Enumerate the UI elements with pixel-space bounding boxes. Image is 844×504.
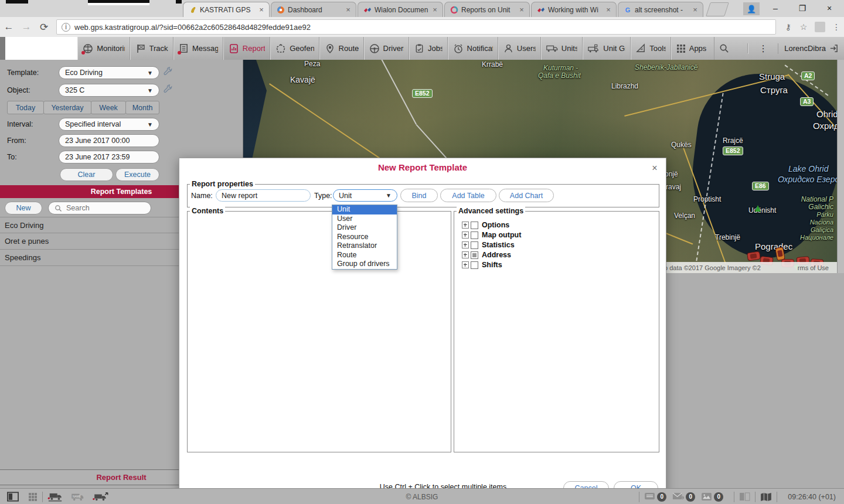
tab-reports-on-unit[interactable]: Reports on Unit × [444,2,530,17]
close-icon[interactable]: × [649,163,660,173]
shifts-checkbox[interactable] [471,261,478,269]
user-icon [503,43,513,53]
dropdown-option-driver[interactable]: Driver [332,223,397,233]
dropdown-option-user[interactable]: User [332,214,397,224]
url-text[interactable]: web.gps.kastratigroup.al/?sid=00662a2c60… [74,23,311,32]
window-close-button[interactable]: × [816,0,843,16]
dropdown-option-resource[interactable]: Resource [332,233,397,242]
range-button-month[interactable]: Month [125,101,159,114]
forward-button[interactable]: → [18,21,35,33]
new-tab-button[interactable] [706,2,729,16]
template-select[interactable]: Eco Driving▼ [59,66,159,79]
nav-item-tracks[interactable]: Tracks [130,37,173,60]
dropdown-option-route[interactable]: Route [332,251,397,260]
address-bar[interactable]: i web.gps.kastratigroup.al/?sid=00662a2c… [56,19,776,35]
object-select[interactable]: 325 C▼ [59,84,159,97]
expand-plus-icon[interactable] [462,241,469,248]
range-button-yesterday[interactable]: Yesterday [43,101,91,114]
nav-item-monitoring[interactable]: Monitoring [77,37,130,60]
tab-close-icon[interactable]: × [344,6,352,13]
window-minimize-button[interactable]: – [762,0,789,16]
tab-working-with[interactable]: Working with Wi × [531,2,617,17]
nav-item-messages[interactable]: Messages [173,37,223,60]
from-date-input[interactable]: 23 June 2017 00:00 [59,134,159,147]
range-button-today[interactable]: Today [7,101,44,114]
app-content: Kavajë Peza Krrabë Kuturman - Qafa e Bus… [0,60,844,488]
nav-more-menu[interactable]: ⋮ [748,43,778,54]
chevron-down-icon: ▼ [386,192,392,199]
advanced-item-options[interactable]: Options [462,221,509,229]
monitoring-truck-icon[interactable] [47,492,63,502]
tab-kastrati-gps[interactable]: KASTRATI GPS × [183,2,270,17]
browser-profile-icon[interactable]: 👤 [743,2,760,15]
tab-close-icon[interactable]: × [691,6,699,13]
nav-item-reports[interactable]: Reports [223,37,270,60]
nav-item-users[interactable]: Users [498,37,541,60]
expand-plus-icon[interactable] [462,222,469,229]
add-table-button[interactable]: Add Table [440,189,496,202]
nav-item-unit-groups[interactable]: Unit Groups [583,37,631,60]
advanced-item-shifts[interactable]: Shifts [462,261,502,269]
dropdown-option-retranslator[interactable]: Retranslator [332,241,397,251]
username: LorencDibra [784,44,826,53]
road-line [269,83,382,159]
advanced-item-map-output[interactable]: Map output [462,231,521,239]
tab-close-icon[interactable]: × [604,6,612,13]
nav-item-tools[interactable]: Tools [631,37,671,60]
park-label-block: National P Galichic Párku Naciona Galiçi… [800,196,833,241]
expand-plus-icon[interactable] [462,231,469,239]
map-label: onjë [665,170,678,178]
address-checkbox[interactable] [471,251,478,259]
interval-select[interactable]: Specified interval▼ [59,118,159,131]
template-settings-wrench-icon[interactable] [163,66,173,79]
extension-icon[interactable] [815,22,825,32]
range-button-week[interactable]: Week [91,101,126,114]
tab-dashboard[interactable]: Dashboard × [271,2,356,17]
nav-item-units[interactable]: Units [541,37,583,60]
reload-button[interactable]: ⟳ [35,21,53,33]
window-maximize-button[interactable]: ❐ [789,0,816,16]
nav-item-routes[interactable]: Routes [319,37,364,60]
tab-close-icon[interactable]: × [257,6,266,13]
expand-plus-icon[interactable] [462,251,469,258]
nav-item-notifications[interactable]: Notifications [448,37,498,60]
map-output-checkbox[interactable] [471,231,478,239]
object-settings-wrench-icon[interactable] [163,84,173,96]
attribution-text[interactable]: rms of Use [798,264,829,271]
nav-item-apps[interactable]: Apps [671,37,714,60]
tab-wialon-docs[interactable]: Wialon Documen × [358,2,443,17]
nav-user-menu[interactable]: LorencDibra [778,44,844,53]
new-template-button[interactable]: New [5,202,42,214]
expand-plus-icon[interactable] [462,261,469,268]
report-name-input[interactable] [216,189,311,202]
nav-item-drivers[interactable]: Drivers [364,37,409,60]
search-input[interactable] [65,203,138,213]
statistics-checkbox[interactable] [471,241,478,249]
browser-menu-icon[interactable]: ⋮ [829,22,844,32]
execute-button[interactable]: Execute [115,168,159,181]
tab-alt-screenshot[interactable]: G alt screenshot - × [618,2,703,17]
site-info-icon[interactable]: i [62,23,70,32]
to-date-input[interactable]: 23 June 2017 23:59 [59,151,159,164]
nav-search-button[interactable] [714,43,748,53]
back-button[interactable]: ← [0,21,18,33]
add-chart-button[interactable]: Add Chart [499,189,554,202]
bind-button[interactable]: Bind [400,189,438,202]
dropdown-option-unit[interactable]: Unit [332,205,397,214]
unit-marker[interactable] [747,251,761,261]
report-type-select[interactable]: Unit▼ [333,189,397,202]
key-icon[interactable]: ⚷ [781,22,796,32]
dropdown-option-group-of-drivers[interactable]: Group of drivers [332,260,397,269]
nav-item-jobs[interactable]: Jobs [409,37,448,60]
template-search-field[interactable] [48,202,151,214]
clear-button[interactable]: Clear [60,168,113,181]
tab-close-icon[interactable]: × [431,6,439,13]
bookmark-star-icon[interactable]: ☆ [796,22,811,32]
route-badge: A2 [801,71,815,80]
tab-close-icon[interactable]: × [518,6,526,13]
advanced-item-statistics[interactable]: Statistics [462,241,515,249]
advanced-item-address[interactable]: Address [462,251,511,259]
status-bar: © ALBSIG NAME 0 0 0 09:26:40 (+01) [0,488,844,504]
options-checkbox[interactable] [471,222,478,229]
nav-item-geofences[interactable]: Geofences [270,37,319,60]
